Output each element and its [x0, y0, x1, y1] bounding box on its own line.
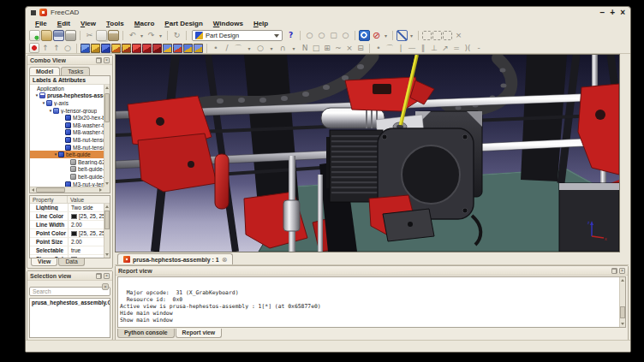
whats-this-icon[interactable]: ?: [285, 30, 296, 41]
menu-windows[interactable]: Windows: [209, 20, 247, 27]
tree-item-m8-nut-tensor-1[interactable]: M8-nut-tensor-1: [30, 136, 104, 144]
arc-dropdown-icon[interactable]: ▾: [244, 43, 254, 53]
create-line-icon[interactable]: /: [222, 43, 232, 53]
groove-icon[interactable]: [122, 44, 131, 53]
macro-record-icon[interactable]: ○: [304, 30, 315, 41]
maximize-button[interactable]: +: [610, 9, 615, 17]
redo-dropdown-icon[interactable]: ▾: [158, 30, 164, 41]
create-rectangle-icon[interactable]: □: [311, 43, 321, 53]
copy-icon[interactable]: [96, 30, 107, 41]
circle-dropdown-icon[interactable]: ▾: [266, 43, 277, 53]
property-row-line-color[interactable]: Line Color [25, 25, 25]: [30, 212, 104, 221]
fit-all-icon[interactable]: [359, 30, 370, 41]
menu-view[interactable]: View: [76, 20, 100, 27]
float-panel-icon[interactable]: [611, 268, 617, 274]
macro-open-icon[interactable]: ↑: [40, 43, 51, 53]
create-circle-icon[interactable]: ○: [255, 43, 265, 53]
tree-item-application[interactable]: Application: [30, 85, 104, 92]
draw-style-dropdown-icon[interactable]: ▾: [383, 30, 389, 41]
system-menu-icon[interactable]: [31, 10, 36, 15]
create-conic-icon[interactable]: ∩: [277, 43, 288, 53]
axo-dropdown-icon[interactable]: ▾: [408, 30, 414, 41]
revolution-icon[interactable]: [111, 44, 121, 53]
draw-style-icon[interactable]: ⊘: [371, 30, 382, 41]
open-file-icon[interactable]: [41, 30, 52, 41]
new-file-icon[interactable]: [29, 30, 40, 41]
create-arc-icon[interactable]: ⌒: [233, 43, 243, 53]
close-panel-icon[interactable]: ×: [104, 57, 110, 63]
external-geometry-icon[interactable]: ⊟: [355, 43, 366, 53]
tree-item-bearing-623z[interactable]: Bearing-623z: [30, 158, 104, 166]
tree-item-m3-nut-y-tensor[interactable]: M3-nut-y-tensor: [30, 181, 104, 187]
constraint-equal-icon[interactable]: =: [451, 43, 462, 53]
tree-item-belt-guide-half-1[interactable]: belt-guide-ha: [30, 166, 104, 174]
paste-icon[interactable]: [108, 30, 119, 41]
boolean-section-icon[interactable]: [194, 44, 203, 53]
constraint-perpendicular-icon[interactable]: ⊥: [429, 43, 439, 53]
macro-record-dialog-icon[interactable]: [29, 43, 39, 53]
tab-data[interactable]: Data: [58, 258, 84, 266]
minimize-button[interactable]: −: [599, 9, 605, 17]
report-log[interactable]: Major opcode: 31 (X_GrabKeyboard) Resour…: [117, 276, 626, 328]
tree-horizontal-scrollbar[interactable]: [30, 187, 104, 193]
workbench-selector[interactable]: Part Design: [192, 30, 283, 41]
chamfer-icon[interactable]: [142, 44, 152, 53]
float-panel-icon[interactable]: [96, 273, 102, 279]
boolean-common-icon[interactable]: [183, 44, 193, 53]
constraint-symmetric-icon[interactable]: )(: [462, 43, 473, 53]
select-all-icon[interactable]: [443, 31, 452, 40]
axonometric-view-icon[interactable]: [397, 30, 408, 41]
fillet-icon[interactable]: [132, 44, 141, 53]
cut-icon[interactable]: ✂: [84, 30, 95, 41]
menu-help[interactable]: Help: [249, 20, 272, 27]
toolbar-overflow-icon[interactable]: -: [474, 43, 484, 53]
draft-icon[interactable]: [152, 44, 162, 53]
refresh-icon[interactable]: ↻: [171, 30, 182, 41]
tree-item-prusa-hephestos-assembly[interactable]: ▼ prusa-hephestos-assembly: [30, 92, 104, 100]
3d-viewport[interactable]: z x: [115, 54, 620, 252]
macro-execute-icon[interactable]: ↑: [51, 43, 62, 53]
constraint-point-on-object-icon[interactable]: ⌒: [385, 43, 395, 53]
macro-pause-icon[interactable]: ▢: [328, 30, 339, 41]
clear-search-icon[interactable]: ×: [102, 283, 109, 290]
close-panel-icon[interactable]: ×: [104, 273, 110, 279]
box-element-selection-icon[interactable]: [432, 31, 442, 40]
report-scrollbar[interactable]: [619, 277, 625, 327]
constraint-vertical-icon[interactable]: |: [396, 43, 406, 53]
menu-part-design[interactable]: Part Design: [160, 20, 206, 27]
constraint-parallel-icon[interactable]: ∥: [418, 43, 428, 53]
boolean-union-icon[interactable]: [163, 44, 172, 53]
conic-dropdown-icon[interactable]: ▾: [289, 43, 299, 53]
property-row-point-size[interactable]: Point Size 2.00: [30, 238, 104, 246]
redo-icon[interactable]: ↷: [146, 30, 157, 41]
tab-tasks[interactable]: Tasks: [61, 67, 90, 75]
menu-file[interactable]: File: [31, 20, 51, 27]
property-scrollbar[interactable]: [104, 204, 110, 258]
create-polyline-icon[interactable]: N: [300, 43, 310, 53]
float-panel-icon[interactable]: [96, 57, 102, 63]
tab-report-view[interactable]: Report view: [176, 329, 223, 338]
tree-item-m3x20-hex-bolt[interactable]: M3x20-hex-bolt: [30, 114, 104, 122]
property-row-shape-color[interactable]: Shape Color: [30, 255, 104, 258]
constraint-coincident-icon[interactable]: •: [373, 43, 384, 53]
macro-play-icon[interactable]: ○: [340, 30, 351, 41]
macro-edit-icon[interactable]: ○: [63, 43, 73, 53]
box-selection-icon[interactable]: [422, 31, 432, 40]
trim-edge-icon[interactable]: ×: [344, 43, 355, 53]
undo-icon[interactable]: ↶: [127, 30, 138, 41]
property-row-point-color[interactable]: Point Color [25, 25, 25]: [30, 229, 104, 238]
close-tab-icon[interactable]: ⊗: [222, 256, 228, 264]
save-icon[interactable]: [53, 30, 64, 41]
print-icon[interactable]: [65, 30, 76, 41]
menu-tools[interactable]: Tools: [102, 20, 128, 27]
tree-item-y-tensor-group[interactable]: ▼ y-tensor-group: [30, 107, 104, 115]
document-tab[interactable]: prusa-hephestos-assembly : 1 ⊗: [117, 253, 233, 264]
property-row-lighting[interactable]: Lighting Two side: [30, 204, 104, 212]
tree-item-belt-guide-half-2[interactable]: belt-guide-ha: [30, 173, 104, 181]
menu-macro[interactable]: Macro: [130, 20, 159, 27]
tree-item-y-axis[interactable]: ▼ y-axis: [30, 99, 104, 107]
undo-dropdown-icon[interactable]: ▾: [139, 30, 145, 41]
viewport-3d[interactable]: z x: [116, 55, 619, 252]
tree-item-belt-guide[interactable]: ▼ belt-guide: [30, 151, 104, 158]
property-row-selectable[interactable]: Selectable true: [30, 246, 104, 255]
